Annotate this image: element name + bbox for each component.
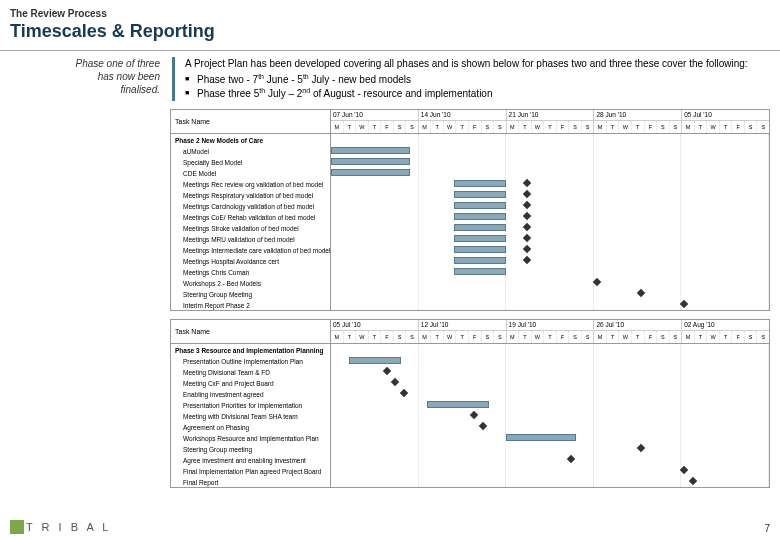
gantt-row <box>331 410 769 421</box>
day-label: S <box>745 331 758 343</box>
task-row: Meetings CoE/ Rehab validation of bed mo… <box>171 211 330 222</box>
day-label: M <box>507 331 520 343</box>
gantt-chart-phase3: Task Name Phase 3 Resource and Implement… <box>170 319 770 488</box>
gantt-row <box>331 167 769 178</box>
milestone-icon <box>680 299 688 307</box>
week-group: 02 Aug '10MTWTFSS <box>682 320 769 343</box>
task-row: Presentation Outline Implementation Plan <box>171 355 330 366</box>
day-label: F <box>557 331 570 343</box>
gantt-row <box>331 211 769 222</box>
gantt-row <box>331 465 769 476</box>
day-label: S <box>582 121 594 133</box>
gantt-bar <box>454 202 507 209</box>
day-label: W <box>619 331 632 343</box>
phase-note-line: finalised. <box>10 83 160 96</box>
milestone-icon <box>522 233 530 241</box>
gantt-bar <box>454 213 507 220</box>
gantt-row <box>331 399 769 410</box>
gantt-bar <box>454 191 507 198</box>
task-row: Interim Report Phase 2 <box>171 299 330 310</box>
milestone-icon <box>382 366 390 374</box>
task-column: Task Name Phase 2 New Models of CareaUMo… <box>171 110 331 310</box>
task-row: Meeting with Divisional Team SHA team <box>171 410 330 421</box>
day-label: S <box>406 331 418 343</box>
gantt-bar <box>331 147 410 154</box>
task-row: Phase 3 Resource and Implementation Plan… <box>171 344 330 355</box>
gantt-bar <box>331 158 410 165</box>
task-row: Steering Group meeting <box>171 443 330 454</box>
task-row: Meetings Intermediate care validation of… <box>171 244 330 255</box>
day-label: T <box>607 121 620 133</box>
day-label: S <box>657 331 670 343</box>
task-row: Specialty Bed Model <box>171 156 330 167</box>
gantt-row <box>331 277 769 288</box>
week-label: 02 Aug '10 <box>682 320 769 331</box>
logo-text: T R I B A L <box>26 521 111 533</box>
task-row: Meetings Hospital Avoidance cert <box>171 255 330 266</box>
week-group: 07 Jun '10MTWTFSS <box>331 110 419 133</box>
week-label: 05 Jul '10 <box>682 110 769 121</box>
gantt-bar <box>349 357 402 364</box>
milestone-icon <box>522 178 530 186</box>
task-row: Meetings Respiratory validation of bed m… <box>171 189 330 200</box>
day-label: F <box>645 121 658 133</box>
week-group: 05 Jul '10MTWTFSS <box>682 110 769 133</box>
gantt-row <box>331 421 769 432</box>
milestone-icon <box>636 443 644 451</box>
milestone-icon <box>522 200 530 208</box>
task-header: Task Name <box>171 110 330 134</box>
day-label: W <box>707 331 720 343</box>
day-label: T <box>720 331 733 343</box>
day-label: S <box>757 121 769 133</box>
milestone-icon <box>522 255 530 263</box>
gantt-row <box>331 189 769 200</box>
day-label: T <box>519 331 532 343</box>
week-label: 26 Jul '10 <box>594 320 681 331</box>
day-label: M <box>594 331 607 343</box>
day-label: T <box>519 121 532 133</box>
gantt-row <box>331 388 769 399</box>
intro-text: A Project Plan has been developed coveri… <box>185 57 770 101</box>
milestone-icon <box>593 277 601 285</box>
intro-bullet: Phase three 5th July – 2nd of August - r… <box>185 86 770 100</box>
task-row: Meetings Chris Coman <box>171 266 330 277</box>
vertical-accent-bar <box>172 57 175 101</box>
timeline-header: 07 Jun '10MTWTFSS14 Jun '10MTWTFSS21 Jun… <box>331 110 769 134</box>
phase-note: Phase one of three has now been finalise… <box>10 57 160 101</box>
day-label: W <box>707 121 720 133</box>
day-label: S <box>394 331 407 343</box>
week-label: 12 Jul '10 <box>419 320 506 331</box>
day-label: S <box>394 121 407 133</box>
week-label: 07 Jun '10 <box>331 110 418 121</box>
gantt-row <box>331 222 769 233</box>
gantt-bar <box>506 434 576 441</box>
task-row: Steering Group Meeting <box>171 288 330 299</box>
gantt-bar <box>454 246 507 253</box>
gantt-row <box>331 255 769 266</box>
gantt-bar <box>454 257 507 264</box>
gantt-bar <box>454 224 507 231</box>
gantt-bar <box>331 169 410 176</box>
day-label: W <box>619 121 632 133</box>
day-label: T <box>632 121 645 133</box>
day-label: M <box>331 331 344 343</box>
day-label: T <box>720 121 733 133</box>
gantt-row <box>331 377 769 388</box>
gantt-row <box>331 145 769 156</box>
day-label: F <box>381 121 394 133</box>
day-label: F <box>381 331 394 343</box>
day-label: F <box>732 331 745 343</box>
day-label: M <box>594 121 607 133</box>
milestone-icon <box>680 465 688 473</box>
day-label: W <box>356 121 369 133</box>
intro-lead: A Project Plan has been developed coveri… <box>185 57 770 70</box>
gantt-bar <box>454 180 507 187</box>
day-label: W <box>444 121 457 133</box>
week-group: 12 Jul '10MTWTFSS <box>419 320 507 343</box>
task-row: Phase 2 New Models of Care <box>171 134 330 145</box>
day-label: S <box>494 331 506 343</box>
day-label: F <box>645 331 658 343</box>
day-label: F <box>469 331 482 343</box>
day-label: S <box>582 331 594 343</box>
gantt-chart-phase2: Task Name Phase 2 New Models of CareaUMo… <box>170 109 770 311</box>
